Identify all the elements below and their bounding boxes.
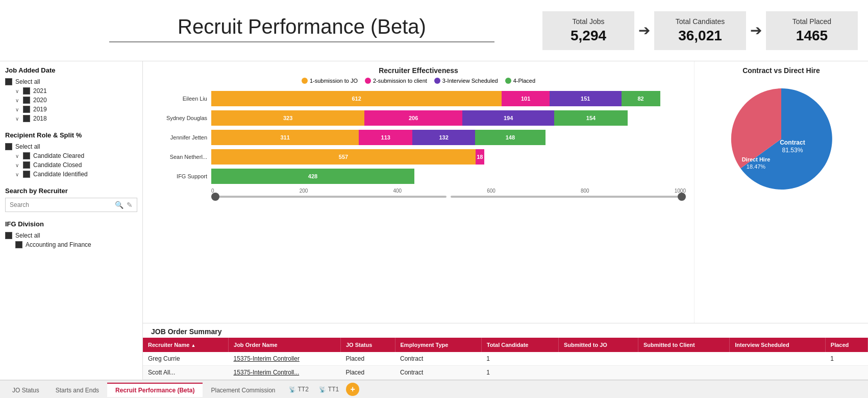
table-cell-1-5 [558,366,638,380]
table-cell-0-8: 1 [825,352,867,366]
add-tab-button[interactable]: + [346,383,359,396]
checkbox-identified[interactable] [23,171,30,178]
tab-tt1-label: TT1 [328,386,339,393]
table-body: Greg Currie15375-Interim ControllerPlace… [143,352,868,380]
bar-row-0: Eileen Liu61210115182 [151,91,686,106]
recipient-select-all-label: Select all [15,143,40,150]
table-cell-1-2: Placed [340,366,395,380]
table-cell-0-6 [638,352,729,366]
table-row: Greg Currie15375-Interim ControllerPlace… [143,352,868,366]
legend-dot-interview [434,78,440,84]
ifg-select-all[interactable]: Select all [5,231,137,240]
eraser-icon[interactable]: ✎ [127,201,133,209]
bar-row-2: Jennifer Jetten311113132148 [151,130,686,145]
arrow-icon-2: ➔ [746,22,766,39]
table-cell-1-7 [730,366,826,380]
checkbox-closed[interactable] [23,161,30,169]
header-stats: Total Jobs 5,294 ➔ Total Candiates 36,02… [542,11,858,50]
tab-jo-status[interactable]: JO Status [4,383,47,397]
table-cell-1-6 [638,366,729,380]
label-2020: 2020 [33,97,47,104]
total-placed-label: Total Placed [781,17,842,26]
candidate-identified[interactable]: ∨ Candidate Identified [5,170,137,179]
tab-placement-commission[interactable]: Placement Commission [203,383,283,397]
col-interview: Interview Scheduled [730,338,826,352]
search-input[interactable] [10,201,112,208]
chevron-2020: ∨ [15,98,19,103]
bar-segment-1-2: 194 [462,110,554,126]
table-cell-1-3: Contract [395,366,481,380]
tab-tt1[interactable]: 📡 TT1 [314,383,344,396]
legend-submission-jo: 1-submission to JO [302,78,358,84]
left-panel: Job Added Date Select all ∨ 2021 ∨ 2020 … [0,61,143,380]
bottom-tabs: JO Status Starts and Ends Recruit Perfor… [0,380,868,398]
job-added-date-filter: Job Added Date Select all ∨ 2021 ∨ 2020 … [5,66,137,123]
bar-label-3: Sean Netherl... [151,154,207,160]
accounting-finance[interactable]: Accounting and Finance [5,240,137,249]
legend-label-interview: 3-Interview Scheduled [442,78,498,84]
job-date-2018[interactable]: ∨ 2018 [5,114,137,123]
table-cell-0-1[interactable]: 15375-Interim Controller [229,352,341,366]
total-candidates-box: Total Candiates 36,021 [654,11,746,50]
slider-right[interactable] [451,196,686,198]
bar-segment-0-1: 101 [502,91,550,106]
job-date-select-all-checkbox[interactable] [5,78,12,85]
bar-segment-1-3: 154 [554,110,627,126]
table-cell-0-3: Contract [395,352,481,366]
ifg-select-all-label: Select all [15,232,40,239]
tab-tt2[interactable]: 📡 TT2 [284,383,314,396]
tab-recruit-performance[interactable]: Recruit Performance (Beta) [107,383,203,397]
chevron-identified: ∨ [15,172,19,177]
job-date-select-all[interactable]: Select all [5,77,137,86]
job-date-2020[interactable]: ∨ 2020 [5,96,137,105]
bar-track-1: 323206194154 [211,110,686,126]
table-cell-0-0: Greg Currie [143,352,229,366]
table-cell-1-1[interactable]: 15375-Interim Controll... [229,366,341,380]
bar-track-4: 428 [211,169,686,184]
ifg-select-all-checkbox[interactable] [5,232,12,239]
job-date-2021[interactable]: ∨ 2021 [5,86,137,96]
bar-row-1: Sydney Douglas323206194154 [151,110,686,126]
total-candidates-label: Total Candiates [669,17,731,26]
label-closed: Candidate Closed [33,161,82,169]
candidate-cleared[interactable]: ∨ Candidate Cleared [5,151,137,160]
candidate-closed[interactable]: ∨ Candidate Closed [5,160,137,170]
col-submitted-jo: Submitted to JO [558,338,638,352]
contract-value: 81.53% [782,147,803,154]
search-icon[interactable]: 🔍 [115,201,123,209]
bar-label-2: Jennifer Jetten [151,134,207,141]
tab-starts-ends[interactable]: Starts and Ends [47,383,107,397]
checkbox-cleared[interactable] [23,152,30,159]
col-total-candidate: Total Candidate [481,338,558,352]
ifg-division-title: IFG Division [5,220,137,228]
checkbox-accounting[interactable] [15,241,22,248]
recipient-select-all-checkbox[interactable] [5,143,12,150]
table-section-title: JOB Order Summary [143,323,868,338]
total-jobs-box: Total Jobs 5,294 [542,11,634,50]
recipient-select-all[interactable]: Select all [5,142,137,151]
checkbox-2020[interactable] [23,97,30,104]
bar-segment-2-2: 132 [412,130,475,145]
job-date-select-all-label: Select all [15,78,40,85]
bar-row-3: Sean Netherl...55718 [151,149,686,165]
bar-segment-2-0: 311 [211,130,359,145]
legend-submission-client: 2-submission to client [365,78,427,84]
bar-label-4: IFG Support [151,173,207,179]
checkbox-2019[interactable] [23,106,30,113]
page-title: Recruit Performance (Beta) [61,15,542,38]
chart-slider-row [151,194,686,198]
chevron-2019: ∨ [15,107,19,112]
label-accounting: Accounting and Finance [26,241,91,248]
header: Recruit Performance (Beta) Total Jobs 5,… [0,0,868,61]
checkbox-2018[interactable] [23,115,30,122]
pie-chart-container: Contract vs Direct Hire Contract 81.53% … [695,61,868,323]
checkbox-2021[interactable] [23,87,30,95]
bar-chart: Eileen Liu61210115182Sydney Douglas32320… [151,89,686,186]
job-date-2019[interactable]: ∨ 2019 [5,105,137,114]
bar-track-3: 55718 [211,149,686,165]
slider-left[interactable] [211,196,447,198]
chart-area: Recruiter Effectiveness 1-submission to … [143,61,868,323]
legend-dot-placed [505,78,511,84]
chevron-closed: ∨ [15,162,19,168]
search-recruiter-title: Search by Recruiter [5,187,137,195]
